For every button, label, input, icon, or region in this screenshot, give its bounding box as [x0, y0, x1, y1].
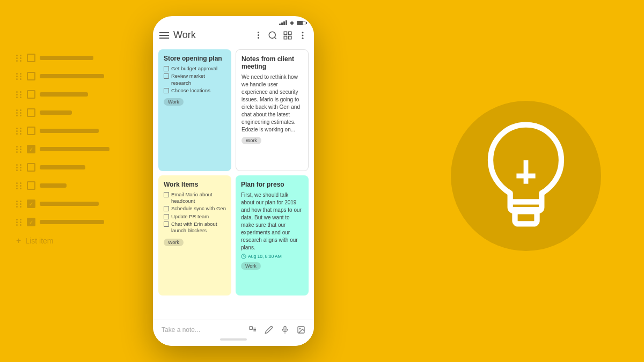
header-more-icon[interactable] — [258, 32, 259, 39]
list-item — [16, 218, 123, 226]
note-body: We need to rethink how we handle user ex… — [241, 73, 303, 134]
signal-icon — [279, 20, 287, 25]
list-item — [16, 200, 123, 208]
list-bar — [40, 92, 88, 97]
note-tag[interactable]: Work — [241, 137, 261, 144]
lightbulb-panel — [451, 101, 612, 262]
drag-handle-icon — [16, 91, 23, 98]
list-item — [16, 72, 123, 80]
note-item-text: Update PR team — [171, 213, 209, 220]
checkbox[interactable] — [27, 127, 35, 135]
mic-icon[interactable] — [281, 326, 289, 334]
note-card-store-opening[interactable]: Store opening plan Get budget approval R… — [158, 49, 231, 171]
take-note-row: Take a note... — [162, 326, 305, 334]
note-checkbox-icon — [164, 206, 169, 211]
hamburger-menu-icon[interactable] — [159, 32, 169, 39]
more-options-icon[interactable] — [298, 31, 308, 40]
header-icons — [268, 31, 308, 40]
list-bar — [40, 220, 104, 224]
svg-rect-5 — [289, 36, 291, 39]
note-checklist-item: Email Mario about headcount — [164, 191, 226, 205]
checkbox[interactable] — [27, 90, 35, 99]
checkbox[interactable] — [27, 108, 35, 117]
checkbox-checked[interactable] — [27, 145, 35, 153]
drag-handle-icon — [16, 201, 23, 207]
note-tag[interactable]: Work — [241, 262, 261, 270]
note-body: First, we should talk about our plan for… — [241, 191, 303, 252]
drag-handle-icon — [16, 128, 23, 134]
svg-point-8 — [302, 37, 304, 39]
pencil-icon[interactable] — [265, 326, 273, 334]
note-item-text: Review market research — [171, 73, 226, 86]
list-bar — [40, 147, 109, 151]
bottom-icons — [248, 326, 305, 334]
add-item-label: List item — [25, 237, 53, 245]
left-list-panel: + List item — [16, 54, 123, 246]
phone-shell: Work Store opening plan — [153, 16, 314, 346]
svg-point-17 — [299, 328, 301, 329]
checkbox-add-icon[interactable] — [248, 326, 257, 334]
checkbox[interactable] — [27, 181, 35, 190]
svg-rect-2 — [284, 32, 287, 34]
note-checkbox-icon — [164, 66, 169, 71]
note-item-text: Schedule sync with Gen — [171, 205, 226, 212]
svg-rect-14 — [284, 326, 286, 330]
list-item — [16, 108, 123, 117]
list-item — [16, 163, 123, 172]
drag-handle-icon — [16, 146, 23, 152]
note-checkbox-icon — [164, 192, 169, 197]
image-icon[interactable] — [297, 326, 305, 334]
note-checklist-item: Chat with Erin about launch blockers — [164, 221, 226, 234]
list-item — [16, 145, 123, 153]
plus-icon: + — [16, 236, 21, 246]
note-tag[interactable]: Work — [164, 98, 184, 106]
note-tag[interactable]: Work — [164, 239, 184, 246]
timestamp-text: Aug 10, 8:00 AM — [248, 254, 282, 259]
svg-point-0 — [269, 32, 275, 38]
lightbulb-circle — [451, 101, 601, 251]
note-checklist-item: Update PR team — [164, 213, 226, 220]
bottom-bar: Take a note... — [153, 320, 314, 346]
note-checklist-item: Get budget approval — [164, 65, 226, 72]
note-card-client-meeting[interactable]: Notes from client meeting We need to ret… — [236, 49, 309, 171]
list-bar — [40, 165, 85, 169]
list-bar — [40, 74, 104, 78]
phone-mockup: Work Store opening plan — [153, 16, 314, 346]
note-card-work-items[interactable]: Work Items Email Mario about headcount S… — [158, 175, 231, 296]
list-item — [16, 127, 123, 135]
note-item-text: Chat with Erin about launch blockers — [171, 221, 226, 234]
note-checkbox-icon — [164, 88, 169, 93]
note-title: Plan for preso — [241, 181, 303, 188]
layout-icon[interactable] — [283, 31, 292, 40]
checkbox[interactable] — [27, 72, 35, 80]
note-card-plan-preso[interactable]: Plan for preso First, we should talk abo… — [236, 175, 309, 296]
note-checklist-item: Choose locations — [164, 87, 226, 94]
note-checkbox-icon — [164, 214, 169, 219]
note-checklist-item: Review market research — [164, 73, 226, 86]
note-timestamp: Aug 10, 8:00 AM — [241, 254, 303, 259]
checkbox-checked[interactable] — [27, 218, 35, 226]
list-bar — [40, 56, 93, 60]
checkbox-checked[interactable] — [27, 200, 35, 208]
list-bar — [40, 183, 67, 188]
drag-handle-icon — [16, 55, 23, 61]
note-title: Notes from client meeting — [241, 55, 303, 70]
drag-handle-icon — [16, 73, 23, 79]
note-checkbox-icon — [164, 73, 169, 79]
svg-rect-4 — [284, 36, 287, 39]
notes-grid: Store opening plan Get budget approval R… — [153, 45, 314, 300]
add-list-item-row[interactable]: + List item — [16, 236, 123, 246]
list-bar — [40, 129, 99, 133]
app-header: Work — [153, 27, 314, 45]
note-item-text: Email Mario about headcount — [171, 191, 226, 205]
list-item — [16, 181, 123, 190]
svg-line-1 — [274, 37, 276, 39]
svg-point-6 — [302, 32, 304, 33]
lightbulb-icon — [478, 117, 574, 235]
checkbox[interactable] — [27, 54, 35, 62]
note-title: Work Items — [164, 181, 226, 188]
svg-rect-10 — [250, 327, 252, 329]
take-note-placeholder[interactable]: Take a note... — [162, 326, 248, 334]
checkbox[interactable] — [27, 163, 35, 172]
search-icon[interactable] — [268, 31, 277, 40]
